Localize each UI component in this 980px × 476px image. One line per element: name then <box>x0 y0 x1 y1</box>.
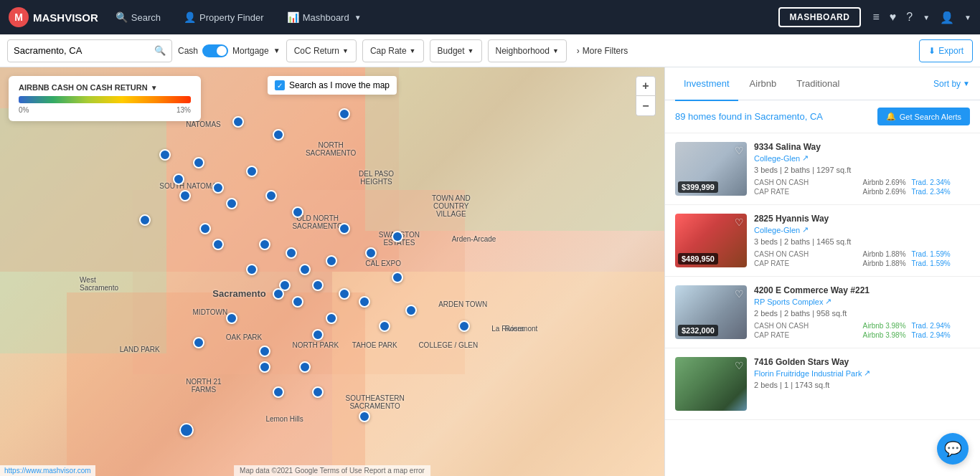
map-pin[interactable] <box>365 247 377 259</box>
map-pin[interactable] <box>299 361 311 373</box>
map-pin[interactable] <box>405 305 417 316</box>
location-search-input[interactable] <box>14 45 150 56</box>
nav-mashboard[interactable]: 📊 Mashboard ▼ <box>281 9 367 26</box>
map-pin[interactable] <box>312 329 324 341</box>
map-pin[interactable] <box>246 166 258 177</box>
map-pin[interactable] <box>226 313 237 324</box>
export-button[interactable]: ⬇ Export <box>919 39 973 62</box>
mortgage-chevron-icon[interactable]: ▼ <box>273 47 281 54</box>
budget-label: Budget <box>438 46 465 56</box>
neighborhood-text-1: College-Glen <box>754 154 800 163</box>
tab-airbnb[interactable]: Airbnb <box>741 68 786 101</box>
results-header: 89 homes found in Sacramento, CA 🔔 Get S… <box>665 100 980 133</box>
property-image-1: $399,999 ♡ <box>675 142 747 196</box>
map-pin[interactable] <box>246 264 258 275</box>
neighborhood-text-3: RP Sports Complex <box>754 298 823 306</box>
map-pin[interactable] <box>359 411 370 422</box>
tab-investment[interactable]: Investment <box>675 68 738 101</box>
cap-rate-values-1: Airbnb 2.69% Trad. 2.34% <box>863 188 971 196</box>
map-region-5 <box>332 272 664 476</box>
cash-on-cash-row-2: CASH ON CASH <box>754 250 862 258</box>
cap-trad-1: Trad. 2.34% <box>912 188 951 196</box>
favorite-icon-3[interactable]: ♡ <box>735 288 744 300</box>
tab-traditional-label: Traditional <box>796 78 839 89</box>
logo[interactable]: M MASHVISOR <box>9 7 98 27</box>
map-region-6 <box>67 292 366 477</box>
search-move-checkbox-group[interactable]: ✓ Search as I move the map <box>268 76 397 95</box>
map-pin[interactable] <box>326 313 337 324</box>
neighborhood-chevron-icon: ▼ <box>552 47 559 54</box>
tab-traditional[interactable]: Traditional <box>788 68 848 101</box>
map-pin[interactable] <box>286 247 297 259</box>
rental-type-toggle[interactable] <box>202 44 228 57</box>
property-card[interactable]: $399,999 ♡ 9334 Salina Way College-Glen … <box>665 133 980 205</box>
location-search-box[interactable]: 🔍 <box>7 39 172 62</box>
nav-search[interactable]: 🔍 Search <box>110 9 166 26</box>
map-controls: + − <box>636 76 656 116</box>
budget-filter[interactable]: Budget ▼ <box>430 39 482 62</box>
cash-on-cash-label-2: CASH ON CASH <box>754 250 809 258</box>
map-area[interactable]: AIRBNB CASH ON CASH RETURN ▼ 0% 13% ✓ Se… <box>0 67 664 476</box>
property-neighborhood-3: RP Sports Complex ↗ <box>754 297 970 306</box>
map-pin[interactable] <box>179 423 194 437</box>
map-pin[interactable] <box>259 346 270 357</box>
coc-return-filter[interactable]: CoC Return ▼ <box>286 39 357 62</box>
favorite-icon-4[interactable]: ♡ <box>735 360 744 371</box>
map-pin[interactable] <box>273 288 284 300</box>
nav-property-finder[interactable]: 👤 Property Finder <box>178 9 270 26</box>
property-list: $399,999 ♡ 9334 Salina Way College-Glen … <box>665 133 980 476</box>
sort-by-button[interactable]: Sort by ▼ <box>933 79 970 89</box>
export-label: Export <box>938 46 963 56</box>
property-image-3: $232,000 ♡ <box>675 285 747 339</box>
help-chevron-icon: ▼ <box>923 14 930 22</box>
user-icon[interactable]: 👤 <box>940 11 954 24</box>
favorite-icon-1[interactable]: ♡ <box>735 145 744 156</box>
cash-on-cash-values-1: Airbnb 2.69% Trad. 2.34% <box>863 178 971 186</box>
rental-type-toggle-group: Cash Mortgage ▼ <box>178 44 281 57</box>
property-metrics-1: CASH ON CASH Airbnb 2.69% Trad. 2.34% CA… <box>754 178 970 196</box>
tab-investment-label: Investment <box>684 78 730 89</box>
map-pin[interactable] <box>179 190 191 201</box>
get-search-alerts-button[interactable]: 🔔 Get Search Alerts <box>877 108 970 125</box>
map-pin[interactable] <box>273 129 284 141</box>
more-filters-chevron-icon: › <box>577 46 580 56</box>
map-pin[interactable] <box>193 157 204 168</box>
map-pin[interactable] <box>212 182 224 194</box>
map-pin[interactable] <box>193 337 204 348</box>
property-address-4: 7416 Golden Stars Way <box>754 357 970 367</box>
more-filters-button[interactable]: › More Filters <box>573 46 632 56</box>
cash-on-cash-label-1: CASH ON CASH <box>754 178 809 186</box>
property-neighborhood-1: College-Glen ↗ <box>754 153 970 163</box>
map-pin[interactable] <box>173 173 184 185</box>
property-address-3: 4200 E Commerce Way #221 <box>754 285 970 295</box>
property-details-1: 9334 Salina Way College-Glen ↗ 3 beds | … <box>754 142 970 196</box>
favorite-icon-2[interactable]: ♡ <box>735 216 744 228</box>
property-card[interactable]: ♡ 7416 Golden Stars Way Florin Fruitridg… <box>665 348 980 420</box>
property-card[interactable]: $489,950 ♡ 2825 Hyannis Way College-Glen… <box>665 205 980 277</box>
legend-title-text: AIRBNB CASH ON CASH RETURN <box>19 83 148 92</box>
mashboard-button[interactable]: MASHBOARD <box>778 7 862 27</box>
map-pin[interactable] <box>339 288 350 300</box>
map-pin[interactable] <box>339 223 350 234</box>
favorites-icon[interactable]: ♥ <box>890 11 897 24</box>
map-pin[interactable] <box>273 386 284 398</box>
map-pin[interactable] <box>199 223 211 234</box>
zoom-in-button[interactable]: + <box>636 76 656 96</box>
map-pin[interactable] <box>299 264 311 275</box>
zoom-out-button[interactable]: − <box>636 96 656 116</box>
cash-trad-3: Trad. 2.94% <box>912 322 951 330</box>
search-move-checkbox[interactable]: ✓ <box>275 80 285 90</box>
chat-button[interactable]: 💬 <box>937 433 969 465</box>
help-icon[interactable]: ? <box>906 11 913 24</box>
property-card[interactable]: $232,000 ♡ 4200 E Commerce Way #221 RP S… <box>665 277 980 348</box>
menu-icon[interactable]: ≡ <box>872 11 879 24</box>
cap-rate-filter[interactable]: Cap Rate ▼ <box>362 39 424 62</box>
coc-return-label: CoC Return <box>294 46 339 56</box>
cap-rate-label-3: CAP RATE <box>754 331 789 339</box>
neighborhood-filter[interactable]: Neighborhood ▼ <box>488 39 567 62</box>
neighborhood-text-2: College-Glen <box>754 226 800 234</box>
map-pin[interactable] <box>326 255 337 267</box>
map-pin[interactable] <box>312 386 324 398</box>
property-neighborhood-2: College-Glen ↗ <box>754 225 970 234</box>
tab-airbnb-label: Airbnb <box>750 78 777 89</box>
